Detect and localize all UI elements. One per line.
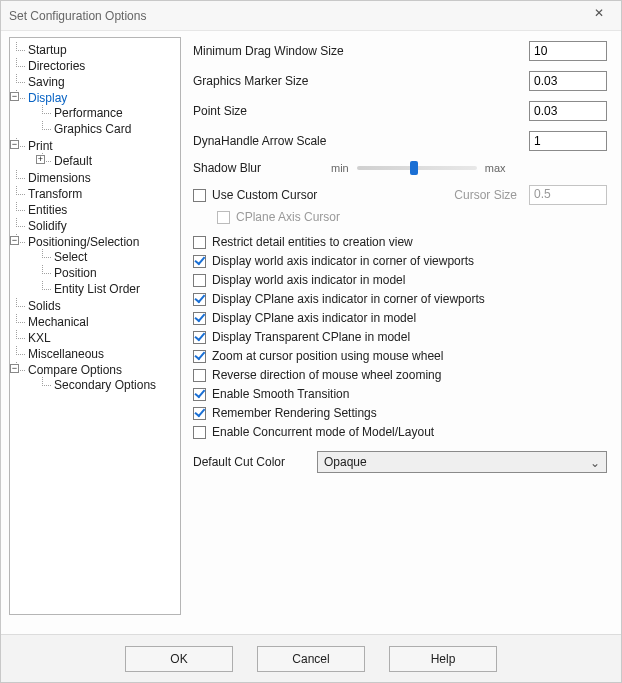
default-cut-color-label: Default Cut Color: [193, 455, 309, 469]
marker-size-label: Graphics Marker Size: [193, 74, 413, 88]
dialog-footer: OK Cancel Help: [1, 634, 621, 682]
dyna-scale-label: DynaHandle Arrow Scale: [193, 134, 413, 148]
cplane-axis-cursor-checkbox: [217, 211, 230, 224]
help-button[interactable]: Help: [389, 646, 497, 672]
point-size-input[interactable]: [529, 101, 607, 121]
tree-solids[interactable]: Solids: [28, 299, 61, 313]
transparent-cplane-label: Display Transparent CPlane in model: [212, 330, 410, 344]
cplane-axis-viewports-label: Display CPlane axis indicator in corner …: [212, 292, 485, 306]
tree-default[interactable]: Default: [54, 154, 92, 168]
tree-graphics-card[interactable]: Graphics Card: [54, 122, 131, 136]
tree-mechanical[interactable]: Mechanical: [28, 315, 89, 329]
category-tree[interactable]: Startup Directories Saving − Display Per…: [9, 37, 181, 615]
shadow-max-label: max: [485, 162, 506, 174]
world-axis-viewports-label: Display world axis indicator in corner o…: [212, 254, 474, 268]
tree-kxl[interactable]: KXL: [28, 331, 51, 345]
slider-thumb-icon[interactable]: [410, 161, 418, 175]
remember-render-checkbox[interactable]: [193, 407, 206, 420]
shadow-blur-slider[interactable]: [357, 166, 477, 170]
world-axis-model-label: Display world axis indicator in model: [212, 273, 405, 287]
tree-solidify[interactable]: Solidify: [28, 219, 67, 233]
collapse-icon[interactable]: −: [10, 236, 19, 245]
cancel-button[interactable]: Cancel: [257, 646, 365, 672]
reverse-zoom-checkbox[interactable]: [193, 369, 206, 382]
tree-select[interactable]: Select: [54, 250, 87, 264]
tree-startup[interactable]: Startup: [28, 43, 67, 57]
dyna-scale-input[interactable]: [529, 131, 607, 151]
default-cut-color-value: Opaque: [324, 455, 367, 469]
min-drag-label: Minimum Drag Window Size: [193, 44, 413, 58]
shadow-min-label: min: [331, 162, 349, 174]
tree-entity-list-order[interactable]: Entity List Order: [54, 282, 140, 296]
tree-pos-sel[interactable]: Positioning/Selection: [28, 235, 139, 249]
cplane-axis-cursor-label: CPlane Axis Cursor: [236, 210, 340, 224]
tree-position[interactable]: Position: [54, 266, 97, 280]
cplane-axis-viewports-checkbox[interactable]: [193, 293, 206, 306]
chevron-down-icon: ⌄: [590, 456, 600, 470]
expand-icon[interactable]: +: [36, 155, 45, 164]
point-size-label: Point Size: [193, 104, 413, 118]
collapse-icon[interactable]: −: [10, 92, 19, 101]
titlebar: Set Configuration Options ✕: [1, 1, 621, 31]
remember-render-label: Remember Rendering Settings: [212, 406, 377, 420]
tree-secondary-options[interactable]: Secondary Options: [54, 378, 156, 392]
config-dialog: Set Configuration Options ✕ Startup Dire…: [0, 0, 622, 683]
close-icon[interactable]: ✕: [585, 6, 613, 26]
min-drag-input[interactable]: [529, 41, 607, 61]
dialog-body: Startup Directories Saving − Display Per…: [1, 31, 621, 634]
default-cut-color-dropdown[interactable]: Opaque ⌄: [317, 451, 607, 473]
tree-compare-options[interactable]: Compare Options: [28, 363, 122, 377]
use-custom-cursor-checkbox[interactable]: [193, 189, 206, 202]
marker-size-input[interactable]: [529, 71, 607, 91]
world-axis-model-checkbox[interactable]: [193, 274, 206, 287]
use-custom-cursor-label: Use Custom Cursor: [212, 188, 317, 202]
cplane-axis-model-label: Display CPlane axis indicator in model: [212, 311, 416, 325]
cursor-size-label: Cursor Size: [454, 188, 517, 202]
tree-print[interactable]: Print: [28, 139, 53, 153]
restrict-detail-checkbox[interactable]: [193, 236, 206, 249]
window-title: Set Configuration Options: [9, 9, 585, 23]
restrict-detail-label: Restrict detail entities to creation vie…: [212, 235, 413, 249]
zoom-cursor-checkbox[interactable]: [193, 350, 206, 363]
tree-display[interactable]: Display: [28, 91, 67, 105]
ok-button[interactable]: OK: [125, 646, 233, 672]
world-axis-viewports-checkbox[interactable]: [193, 255, 206, 268]
cursor-size-input: 0.5: [529, 185, 607, 205]
cplane-axis-model-checkbox[interactable]: [193, 312, 206, 325]
collapse-icon[interactable]: −: [10, 140, 19, 149]
tree-transform[interactable]: Transform: [28, 187, 82, 201]
reverse-zoom-label: Reverse direction of mouse wheel zooming: [212, 368, 441, 382]
tree-saving[interactable]: Saving: [28, 75, 65, 89]
tree-entities[interactable]: Entities: [28, 203, 67, 217]
zoom-cursor-label: Zoom at cursor position using mouse whee…: [212, 349, 443, 363]
concurrent-mode-checkbox[interactable]: [193, 426, 206, 439]
tree-dimensions[interactable]: Dimensions: [28, 171, 91, 185]
tree-directories[interactable]: Directories: [28, 59, 85, 73]
tree-performance[interactable]: Performance: [54, 106, 123, 120]
collapse-icon[interactable]: −: [10, 364, 19, 373]
concurrent-mode-label: Enable Concurrent mode of Model/Layout: [212, 425, 434, 439]
smooth-transition-label: Enable Smooth Transition: [212, 387, 349, 401]
shadow-blur-label: Shadow Blur: [193, 161, 311, 175]
smooth-transition-checkbox[interactable]: [193, 388, 206, 401]
tree-miscellaneous[interactable]: Miscellaneous: [28, 347, 104, 361]
settings-form: Minimum Drag Window Size Graphics Marker…: [191, 37, 613, 634]
transparent-cplane-checkbox[interactable]: [193, 331, 206, 344]
